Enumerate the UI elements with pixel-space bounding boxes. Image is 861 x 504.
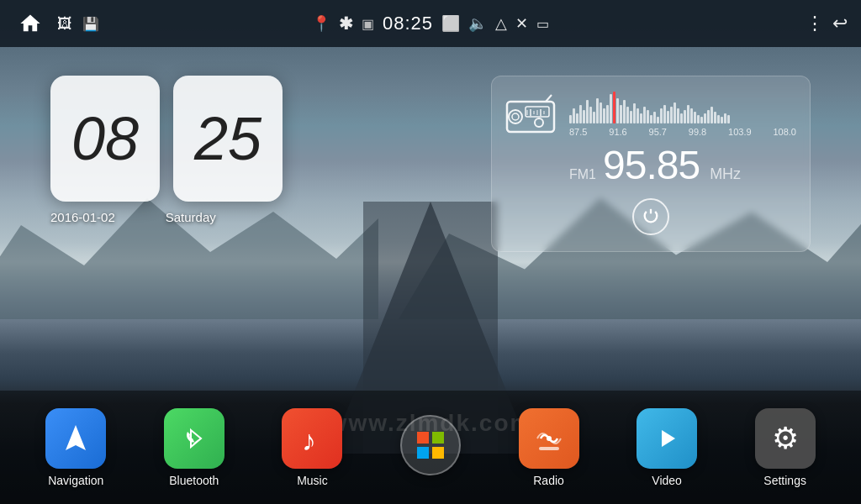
volume-icon[interactable]: 🔈 (468, 14, 487, 33)
freq-label-1: 87.5 (569, 127, 587, 137)
app-item-navigation[interactable]: Navigation (38, 408, 114, 487)
clock-hour-tile: 08 (50, 76, 160, 202)
spectrum-bar (721, 117, 723, 123)
svg-point-2 (512, 113, 519, 120)
spectrum-bar (633, 103, 636, 123)
camera-icon[interactable]: ⬜ (441, 14, 460, 33)
music-app-icon[interactable]: ♪ (282, 408, 342, 469)
bluetooth-app-icon[interactable] (164, 408, 224, 469)
freq-label-5: 103.9 (728, 127, 752, 137)
svg-rect-18 (539, 447, 559, 450)
music-app-label: Music (297, 474, 328, 487)
radio-frequency-area: 87.5 91.6 95.7 99.8 103.9 108.0 FM1 95.8… (569, 90, 796, 188)
clock-date: 2016-01-02 (50, 210, 115, 224)
spectrum-bar (717, 115, 720, 123)
spectrum-bar (579, 105, 582, 123)
radio-power-section[interactable] (505, 198, 796, 235)
clock-labels: 2016-01-02 Saturday (50, 210, 216, 224)
settings-app-icon[interactable]: ⚙ (755, 408, 816, 469)
spectrum-bar (589, 107, 592, 123)
spectrum-bar (610, 94, 612, 123)
settings-app-label: Settings (763, 474, 806, 487)
app-item-radio[interactable]: Radio (511, 408, 587, 487)
freq-label-3: 95.7 (649, 127, 667, 137)
spectrum-bar (600, 102, 602, 123)
spectrum-bar (707, 110, 710, 123)
radio-app-icon[interactable] (519, 408, 579, 469)
video-app-icon[interactable] (637, 408, 697, 469)
gallery-icon[interactable]: 🖼 (57, 15, 72, 33)
status-center-icons: 📍 ✱ ▣ 08:25 ⬜ 🔈 △ ✕ ▭ (312, 13, 549, 34)
radio-spectrum (569, 90, 796, 123)
spectrum-bar (586, 100, 589, 123)
spectrum-bar (714, 112, 716, 123)
spectrum-bar (583, 110, 585, 123)
spectrum-bar (653, 112, 656, 123)
svg-rect-13 (417, 432, 429, 444)
freq-label-2: 91.6 (609, 127, 626, 137)
radio-power-button[interactable] (632, 198, 669, 235)
spectrum-bar (616, 98, 619, 123)
freq-label-4: 99.8 (689, 127, 706, 137)
spectrum-bar (576, 113, 578, 123)
spectrum-bar (663, 105, 666, 123)
spectrum-bar (660, 108, 663, 123)
navigation-app-icon[interactable] (45, 408, 106, 469)
spectrum-bar (700, 117, 703, 123)
radio-freq-labels: 87.5 91.6 95.7 99.8 103.9 108.0 (569, 127, 796, 137)
svg-text:♪: ♪ (302, 424, 316, 455)
status-time: 08:25 (383, 13, 433, 34)
status-bar: 🖼 💾 📍 ✱ ▣ 08:25 ⬜ 🔈 △ ✕ ▭ ⋮ ↩ (0, 0, 861, 47)
spectrum-bar (727, 115, 730, 123)
radio-frequency-number: 95.85 (603, 142, 700, 188)
spectrum-bar (677, 108, 679, 123)
radio-main-frequency: FM1 95.85 MHz (569, 142, 796, 188)
close-icon[interactable]: ✕ (515, 14, 528, 33)
spectrum-bar (643, 107, 646, 123)
video-app-label: Video (652, 474, 682, 487)
android-app-icon[interactable] (400, 415, 461, 475)
spectrum-bar (724, 113, 726, 123)
svg-rect-15 (417, 447, 429, 459)
spectrum-bar (603, 108, 605, 123)
spectrum-bar (650, 115, 652, 123)
sdcard-icon[interactable]: 💾 (82, 16, 99, 32)
location-icon[interactable]: 📍 (312, 14, 330, 33)
spectrum-bar (640, 113, 642, 123)
svg-rect-16 (432, 447, 444, 459)
app-item-music[interactable]: ♪ Music (274, 408, 350, 487)
spectrum-bar (710, 107, 713, 123)
eject-icon[interactable]: △ (495, 14, 507, 33)
radio-unit-label: MHz (710, 165, 741, 183)
radio-widget[interactable]: 87.5 91.6 95.7 99.8 103.9 108.0 FM1 95.8… (491, 76, 811, 252)
spectrum-bar (694, 112, 696, 123)
spectrum-bar (593, 112, 595, 123)
clock-widget: 08 25 (50, 76, 283, 202)
home-button[interactable] (13, 7, 47, 40)
spectrum-bar (569, 115, 572, 123)
spectrum-bar (637, 108, 639, 123)
spectrum-bar (630, 111, 632, 123)
navigation-app-label: Navigation (48, 474, 103, 487)
spectrum-bar (684, 110, 686, 123)
spectrum-bar (667, 111, 669, 123)
back-icon[interactable]: ↩ (832, 13, 848, 34)
spectrum-bar (670, 107, 673, 123)
svg-point-17 (547, 436, 552, 441)
spectrum-bar (626, 107, 629, 123)
bluetooth-icon[interactable]: ✱ (339, 13, 353, 34)
battery-icon: ▭ (536, 16, 549, 32)
app-item-video[interactable]: Video (629, 408, 705, 487)
radio-app-label: Radio (533, 474, 564, 487)
svg-point-1 (509, 110, 522, 123)
more-menu-icon[interactable]: ⋮ (806, 13, 824, 34)
spectrum-bar (606, 105, 609, 123)
app-item-android[interactable] (393, 415, 468, 480)
spectrum-bar (687, 105, 689, 123)
clock-hour: 08 (71, 104, 139, 173)
freq-label-6: 108.0 (773, 127, 796, 137)
clock-day: Saturday (166, 210, 216, 224)
app-item-bluetooth[interactable]: Bluetooth (156, 408, 232, 487)
spectrum-bar (673, 102, 676, 123)
app-item-settings[interactable]: ⚙ Settings (747, 408, 823, 487)
